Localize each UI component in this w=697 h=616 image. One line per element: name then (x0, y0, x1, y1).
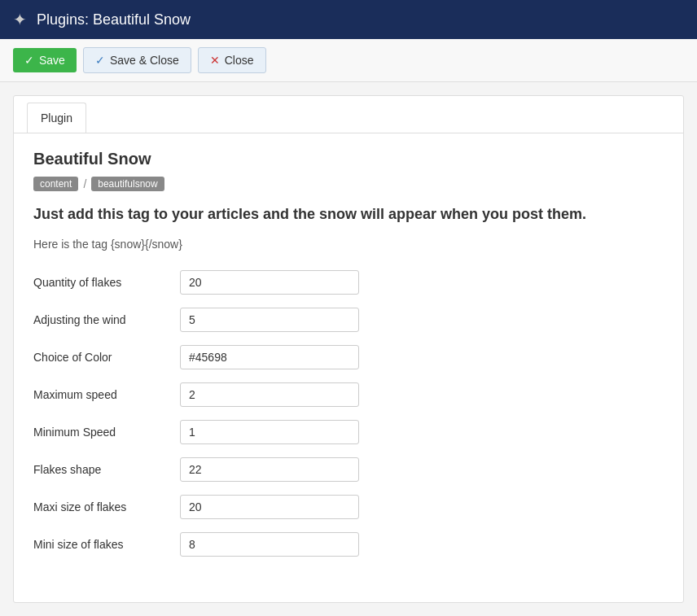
field-input[interactable] (180, 420, 359, 444)
plugin-icon: ✦ (13, 10, 27, 29)
form-row: Adjusting the wind (33, 308, 664, 332)
field-label: Flakes shape (33, 463, 180, 476)
main-panel: Plugin Beautiful Snow content / beautifu… (13, 95, 684, 603)
save-button[interactable]: ✓ Save (13, 48, 77, 72)
field-input[interactable] (180, 308, 359, 332)
close-icon: ✕ (210, 54, 220, 67)
breadcrumb: content / beautifulsnow (33, 177, 664, 191)
form-row: Flakes shape (33, 457, 664, 482)
form-row: Minimum Speed (33, 420, 664, 444)
save-icon: ✓ (24, 54, 34, 67)
toolbar: ✓ Save ✓ Save & Close ✕ Close (0, 39, 697, 82)
tag-info: Here is the tag {snow}{/snow} (33, 238, 664, 251)
field-label: Mini size of flakes (33, 538, 180, 551)
field-input[interactable] (180, 270, 359, 295)
form-row: Maximum speed (33, 382, 664, 407)
form-row: Mini size of flakes (33, 532, 664, 557)
plugin-description: Just add this tag to your articles and t… (33, 204, 664, 225)
save-close-icon: ✓ (95, 54, 105, 67)
field-label: Maxi size of flakes (33, 500, 180, 513)
field-label: Adjusting the wind (33, 313, 180, 326)
breadcrumb-plugin: beautifulsnow (91, 177, 164, 191)
close-label: Close (225, 54, 254, 67)
save-label: Save (39, 54, 65, 67)
field-input[interactable] (180, 345, 359, 369)
tabs-bar: Plugin (14, 96, 683, 133)
field-label: Quantity of flakes (33, 276, 180, 289)
field-input[interactable] (180, 382, 359, 407)
save-close-button[interactable]: ✓ Save & Close (83, 47, 191, 73)
field-label: Choice of Color (33, 351, 180, 364)
close-button[interactable]: ✕ Close (198, 47, 266, 73)
field-input[interactable] (180, 495, 359, 519)
field-input[interactable] (180, 457, 359, 482)
header: ✦ Plugins: Beautiful Snow (0, 0, 697, 39)
fields-container: Quantity of flakesAdjusting the windChoi… (33, 270, 664, 557)
form-row: Maxi size of flakes (33, 495, 664, 519)
plugin-content: Beautiful Snow content / beautifulsnow J… (14, 133, 683, 586)
breadcrumb-separator: / (83, 177, 86, 190)
save-close-label: Save & Close (110, 54, 179, 67)
field-label: Minimum Speed (33, 426, 180, 439)
form-row: Quantity of flakes (33, 270, 664, 295)
field-input[interactable] (180, 532, 359, 557)
plugin-title: Beautiful Snow (33, 150, 664, 168)
breadcrumb-content: content (33, 177, 78, 191)
tab-plugin[interactable]: Plugin (27, 103, 86, 133)
form-row: Choice of Color (33, 345, 664, 369)
header-title: Plugins: Beautiful Snow (37, 11, 191, 28)
field-label: Maximum speed (33, 388, 180, 401)
